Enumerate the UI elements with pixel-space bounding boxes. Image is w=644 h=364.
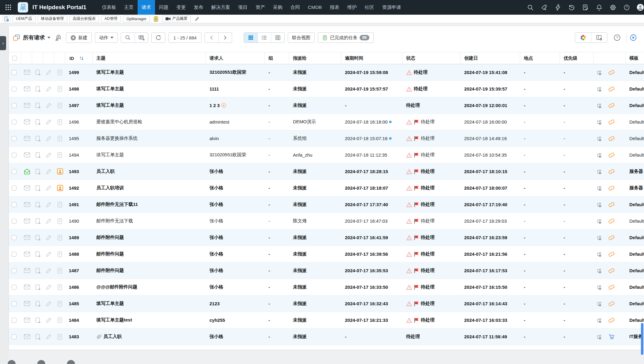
edit-icon[interactable]: [43, 64, 54, 80]
previous-page-icon[interactable]: [205, 33, 218, 43]
new-request-button[interactable]: 新建: [66, 32, 92, 43]
column-header-created[interactable]: 创建日: [461, 52, 520, 64]
add-note-icon[interactable]: [32, 279, 43, 295]
edit-icon[interactable]: [43, 295, 54, 312]
view-selector[interactable]: 所有请求: [23, 34, 50, 41]
org-chart-icon[interactable]: [596, 317, 602, 323]
row-checkbox[interactable]: [9, 64, 21, 80]
clipboard-icon[interactable]: [152, 16, 160, 22]
search-rows-icon[interactable]: [121, 33, 135, 43]
request-subject[interactable]: 员工入职: [93, 329, 206, 345]
ticket-icon[interactable]: [608, 234, 615, 241]
ticket-icon[interactable]: [608, 185, 615, 191]
list-view-icon[interactable]: [257, 33, 271, 43]
org-chart-icon[interactable]: [596, 218, 602, 224]
mail-icon[interactable]: [21, 262, 32, 279]
add-note-icon[interactable]: [32, 229, 43, 246]
service-request-icon[interactable]: [54, 163, 65, 180]
row-actions[interactable]: [594, 229, 626, 246]
request-subject[interactable]: @@@邮件附件问题: [93, 279, 206, 295]
list-help-icon[interactable]: ?: [610, 32, 624, 43]
floating-chat-icon[interactable]: [8, 360, 16, 364]
document-icon[interactable]: [54, 213, 65, 229]
add-note-icon[interactable]: [32, 295, 43, 312]
column-header-assignee[interactable]: 指派给: [289, 52, 341, 64]
org-chart-icon[interactable]: [596, 86, 602, 92]
row-checkbox[interactable]: [9, 163, 21, 180]
help-icon[interactable]: ?: [623, 4, 630, 11]
row-checkbox[interactable]: [9, 81, 21, 97]
add-column-icon[interactable]: [135, 33, 148, 43]
topbar-nav-item-5[interactable]: 发布: [190, 0, 207, 15]
grid-view-icon[interactable]: [244, 33, 257, 43]
add-note-icon[interactable]: [32, 130, 43, 147]
request-subject[interactable]: 邮件附件问题: [93, 262, 206, 279]
document-icon[interactable]: [54, 262, 65, 279]
row-actions[interactable]: [594, 329, 626, 345]
tag-button-0[interactable]: UEM产品: [13, 16, 35, 22]
view-folder-icon[interactable]: [13, 34, 20, 41]
topbar-nav-item-14[interactable]: 社区: [361, 0, 378, 15]
mail-icon[interactable]: [21, 97, 32, 113]
flash-icon[interactable]: [554, 4, 561, 11]
mail-icon[interactable]: [21, 312, 32, 328]
request-subject[interactable]: 邮件附件无法下载: [93, 213, 206, 229]
column-header-subject[interactable]: 主题: [93, 52, 206, 64]
edit-icon[interactable]: [43, 81, 54, 97]
mail-icon[interactable]: [21, 64, 32, 80]
ticket-icon[interactable]: [608, 284, 615, 290]
row-actions[interactable]: [594, 130, 626, 147]
document-icon[interactable]: [54, 114, 65, 130]
org-chart-icon[interactable]: [596, 284, 602, 290]
edit-icon[interactable]: [43, 229, 54, 246]
org-chart-icon[interactable]: [596, 119, 602, 125]
edit-icon[interactable]: [43, 114, 54, 130]
row-actions[interactable]: [594, 279, 626, 295]
ticket-icon[interactable]: [608, 218, 615, 224]
request-subject[interactable]: 填写工单主题: [93, 81, 206, 97]
sidebar-expander[interactable]: ›: [0, 36, 6, 50]
tag-button-1[interactable]: 移动设备管理: [38, 16, 67, 22]
add-note-icon[interactable]: [32, 163, 43, 180]
document-icon[interactable]: [54, 246, 65, 262]
document-icon[interactable]: [54, 64, 65, 80]
request-subject[interactable]: 邮件附件无法下载11: [93, 196, 206, 213]
select-all-checkbox[interactable]: [12, 56, 17, 61]
add-note-icon[interactable]: [32, 329, 43, 345]
org-chart-icon[interactable]: [596, 202, 602, 208]
topbar-nav-item-10[interactable]: 合同: [287, 0, 304, 15]
row-checkbox[interactable]: [9, 312, 21, 328]
floating-community-icon[interactable]: [37, 360, 45, 364]
row-actions[interactable]: [594, 114, 626, 130]
org-chart-icon[interactable]: [596, 268, 602, 274]
edit-icon[interactable]: [43, 262, 54, 279]
ticket-icon[interactable]: [608, 86, 615, 92]
column-header-priority[interactable]: 优先级: [560, 52, 594, 64]
mail-icon[interactable]: [21, 81, 32, 97]
ticket-icon[interactable]: [608, 267, 615, 274]
document-icon[interactable]: [54, 97, 65, 113]
row-actions[interactable]: [594, 163, 626, 180]
document-icon[interactable]: [54, 295, 65, 312]
org-chart-icon[interactable]: [596, 102, 602, 109]
topbar-nav-item-11[interactable]: CMDB: [304, 0, 326, 15]
row-actions[interactable]: [594, 196, 626, 213]
ticket-icon[interactable]: [608, 69, 615, 76]
topbar-nav-item-3[interactable]: 问题: [155, 0, 172, 15]
add-note-icon[interactable]: [32, 196, 43, 213]
ticket-icon[interactable]: [608, 152, 615, 158]
add-note-icon[interactable]: [32, 147, 43, 163]
user-avatar[interactable]: [637, 4, 644, 11]
org-chart-icon[interactable]: [596, 169, 602, 175]
row-actions[interactable]: [594, 213, 626, 229]
play-demo-icon[interactable]: [626, 32, 640, 43]
add-note-icon[interactable]: [32, 81, 43, 97]
request-subject[interactable]: 填写工单主题: [93, 147, 206, 163]
mail-icon[interactable]: [21, 180, 32, 196]
row-actions[interactable]: [594, 147, 626, 163]
app-logo[interactable]: [18, 2, 28, 13]
edit-tags-pencil-icon[interactable]: [193, 16, 201, 22]
column-header-requester[interactable]: 请求人: [206, 52, 265, 64]
mail-icon[interactable]: [21, 279, 32, 295]
history-icon[interactable]: [568, 4, 575, 11]
